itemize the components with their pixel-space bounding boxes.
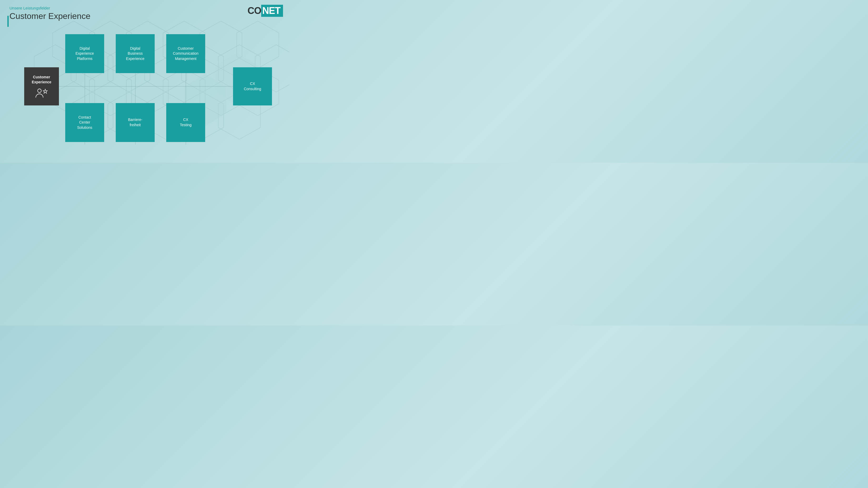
- svg-marker-27: [43, 89, 48, 93]
- dep-label: Digital Experience Platforms: [75, 46, 94, 62]
- grid-hline: [58, 86, 237, 87]
- center-experience-box: Customer Experience: [24, 67, 59, 105]
- cx-testing-box[interactable]: CX Testing: [166, 103, 205, 142]
- cxt-label: CX Testing: [180, 117, 191, 128]
- header: Unsere Leistungsfelder Customer Experien…: [9, 6, 91, 21]
- barrierefreiheit-box[interactable]: Barriere- freiheit: [116, 103, 155, 142]
- logo-net: NET: [261, 5, 283, 17]
- center-box-title: Customer Experience: [27, 75, 56, 84]
- bar-label: Barriere- freiheit: [128, 117, 142, 128]
- cx-consulting-box[interactable]: CX Consulting: [233, 67, 272, 105]
- logo-co: CO: [248, 5, 261, 16]
- digital-experience-platforms-box[interactable]: Digital Experience Platforms: [65, 34, 104, 73]
- customer-experience-icon: [34, 88, 49, 98]
- page-title: Customer Experience: [9, 11, 91, 21]
- svg-point-26: [38, 89, 41, 93]
- digital-business-experience-box[interactable]: Digital Business Experience: [116, 34, 155, 73]
- logo: CONET: [248, 5, 283, 17]
- accent-bar: [7, 16, 9, 27]
- ccm-label: Customer Communication Management: [173, 46, 198, 62]
- subtitle: Unsere Leistungsfelder: [9, 6, 91, 10]
- dbe-label: Digital Business Experience: [126, 46, 145, 62]
- ccs-label: Contact Center Solutions: [77, 115, 92, 130]
- cxc-label: CX Consulting: [244, 81, 261, 92]
- grid-container: Customer Experience Digital Experience P…: [13, 34, 281, 155]
- contact-center-solutions-box[interactable]: Contact Center Solutions: [65, 103, 104, 142]
- customer-communication-management-box[interactable]: Customer Communication Management: [166, 34, 205, 73]
